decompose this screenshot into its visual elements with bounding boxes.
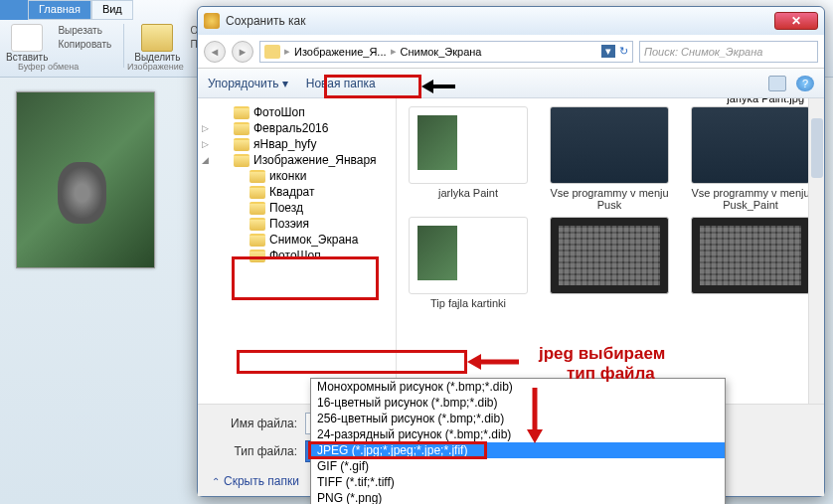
help-icon[interactable]: ? <box>796 76 814 91</box>
folder-icon <box>250 186 265 199</box>
file-label: jarlyka Paint.jpg <box>727 98 804 104</box>
organize-button[interactable]: Упорядочить ▾ <box>208 77 288 90</box>
file-thumb <box>409 217 528 294</box>
file-item[interactable]: Vse programmy v menju Pusk_Paint <box>687 106 814 211</box>
address-dropdown-button[interactable]: ▾ <box>601 45 615 58</box>
ribbon-tab-view[interactable]: Вид <box>91 0 133 20</box>
dropdown-option[interactable]: TIFF (*.tif;*.tiff) <box>311 474 725 490</box>
file-thumb <box>550 106 669 184</box>
expand-icon[interactable]: ▷ <box>202 139 212 149</box>
tree-item[interactable]: Позэия <box>198 216 396 232</box>
dialog-titlebar[interactable]: Сохранить как ✕ <box>198 7 824 35</box>
filetype-label: Тип файла: <box>212 444 297 458</box>
filetype-dropdown-list[interactable]: Монохромный рисунок (*.bmp;*.dib) 16-цве… <box>310 378 726 504</box>
dropdown-option[interactable]: 24-разрядный рисунок (*.bmp;*.dib) <box>311 426 725 442</box>
folder-icon <box>234 106 250 119</box>
address-bar[interactable]: ▸ Изображение_Я... ▸ Снимок_Экрана ▾ ↻ <box>259 41 633 63</box>
file-item[interactable]: Tip fajla kartinki <box>405 217 532 309</box>
paste-button[interactable]: Вставить <box>6 24 48 63</box>
tree-item[interactable]: ◢Изображение_Января <box>198 152 396 168</box>
dialog-title: Сохранить как <box>226 14 305 28</box>
file-item[interactable] <box>546 217 673 309</box>
file-list[interactable]: jarlyka Paint Vse programmy v menju Pusk… <box>397 98 824 404</box>
folder-icon <box>250 250 265 262</box>
folder-icon <box>234 154 250 167</box>
path-segment[interactable]: Снимок_Экрана <box>401 46 482 58</box>
tree-item[interactable]: Квадрат <box>198 184 396 200</box>
scrollbar[interactable] <box>808 98 824 404</box>
ribbon-tab-home[interactable]: Главная <box>28 0 91 20</box>
new-folder-button[interactable]: Новая папка <box>306 77 376 90</box>
canvas-image[interactable] <box>16 91 155 268</box>
folder-icon <box>264 45 280 59</box>
file-thumb <box>409 106 528 184</box>
chevron-up-icon: ⌃ <box>212 476 220 487</box>
nav-back-button[interactable]: ◄ <box>204 41 226 63</box>
tree-item[interactable]: ▷Февраль2016 <box>198 120 396 136</box>
copy-button[interactable]: Копировать <box>56 38 113 51</box>
dropdown-option-selected[interactable]: JPEG (*.jpg;*.jpeg;*.jpe;*.jfif) <box>311 442 725 458</box>
select-icon <box>141 24 173 52</box>
tree-item[interactable]: иконки <box>198 168 396 184</box>
tree-item-selected[interactable]: Снимок_Экрана <box>198 232 396 248</box>
file-item[interactable] <box>687 217 814 309</box>
dropdown-option[interactable]: PNG (*.png) <box>311 490 725 504</box>
filename-label: Имя файла: <box>212 417 297 430</box>
folder-icon <box>234 122 250 135</box>
file-item[interactable]: jarlyka Paint <box>405 106 532 211</box>
ribbon-group-image: Изображение <box>127 62 184 72</box>
nav-forward-button[interactable]: ► <box>232 41 253 63</box>
folder-icon <box>250 170 265 183</box>
dialog-navbar: ◄ ► ▸ Изображение_Я... ▸ Снимок_Экрана ▾… <box>198 35 824 69</box>
file-thumb <box>691 217 810 294</box>
path-segment[interactable]: Изображение_Я... <box>294 46 387 58</box>
dropdown-option[interactable]: Монохромный рисунок (*.bmp;*.dib) <box>311 379 725 395</box>
dropdown-option[interactable]: 256-цветный рисунок (*.bmp;*.dib) <box>311 411 725 426</box>
clipboard-icon <box>11 24 43 52</box>
file-item[interactable]: Vse programmy v menju Pusk <box>546 106 673 211</box>
tree-item[interactable]: ▷яНвар_hyfy <box>198 136 396 152</box>
folder-icon <box>250 218 265 231</box>
chevron-right-icon: ▸ <box>284 45 290 58</box>
select-button[interactable]: Выделить <box>134 24 180 63</box>
folder-icon <box>234 138 250 151</box>
expand-icon[interactable]: ◢ <box>202 155 212 165</box>
folder-icon <box>250 202 265 215</box>
folder-tree[interactable]: ФотоШоп ▷Февраль2016 ▷яНвар_hyfy ◢Изобра… <box>198 98 397 404</box>
file-thumb <box>691 106 810 184</box>
cut-button[interactable]: Вырезать <box>56 24 113 37</box>
file-thumb <box>550 217 669 294</box>
ribbon-group-clipboard: Буфер обмена <box>18 62 79 72</box>
folder-icon <box>250 234 265 247</box>
tree-item[interactable]: ФотоШоп <box>198 248 396 263</box>
dropdown-option[interactable]: 16-цветный рисунок (*.bmp;*.dib) <box>311 395 725 411</box>
dropdown-option[interactable]: GIF (*.gif) <box>311 458 725 474</box>
chevron-right-icon: ▸ <box>391 45 397 58</box>
refresh-button[interactable]: ↻ <box>619 45 628 58</box>
expand-icon[interactable]: ▷ <box>202 123 212 133</box>
dialog-icon <box>204 13 220 29</box>
tree-item[interactable]: Поезд <box>198 200 396 216</box>
view-options-button[interactable] <box>768 76 786 91</box>
search-input[interactable]: Поиск: Снимок_Экрана <box>639 41 818 63</box>
dialog-toolbar: Упорядочить ▾ Новая папка ? <box>198 69 824 98</box>
close-button[interactable]: ✕ <box>774 12 818 30</box>
tree-item[interactable]: ФотоШоп <box>198 104 396 120</box>
